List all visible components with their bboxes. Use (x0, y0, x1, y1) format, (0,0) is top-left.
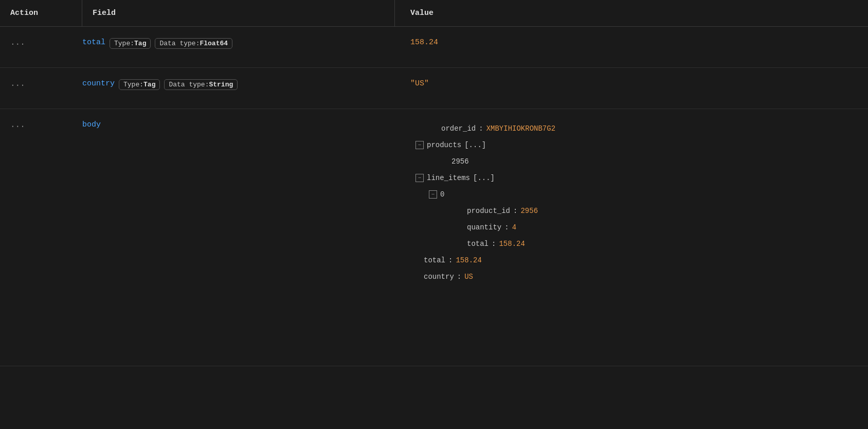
row-value-body: order_id : XMBYIHIOKRONB7G2 − products [… (395, 119, 858, 285)
tree-node-country: country : US (424, 269, 858, 285)
row-field-total: total Type: Tag Data type: Float64 (82, 37, 395, 49)
header-action: Action (10, 0, 82, 26)
main-table: Action Field Value ... total Type: Tag D… (0, 0, 868, 366)
product-id-value: 2956 (520, 204, 538, 218)
quantity-value: 4 (512, 220, 516, 235)
field-name-total: total (82, 38, 105, 47)
total-inner-value: 158.24 (499, 237, 525, 251)
row-field-country: country Type: Tag Data type: String (82, 78, 395, 90)
row-action-body: ... (10, 119, 82, 130)
collapse-products-icon[interactable]: − (415, 141, 424, 149)
action-header-label: Action (10, 9, 38, 17)
datatype-tag-country: Data type: String (164, 79, 238, 90)
order-id-value: XMBYIHIOKRONB7G2 (486, 121, 555, 136)
header-field: Field (82, 0, 395, 26)
datatype-tag-total: Data type: Float64 (155, 38, 232, 49)
type-tag-country: Type: Tag (119, 79, 160, 90)
tree-node-quantity: quantity : 4 (467, 219, 858, 236)
field-header-label: Field (93, 9, 116, 17)
row-value-country: "US" (395, 78, 858, 88)
value-total: 158.24 (410, 38, 438, 47)
row-value-total: 158.24 (395, 37, 858, 47)
value-country: "US" (410, 79, 429, 88)
total-outer-value: 158.24 (456, 253, 481, 267)
tree-node-index-0: − 0 (429, 186, 858, 203)
value-header-label: Value (410, 9, 433, 17)
row-action-country: ... (10, 78, 82, 88)
table-header: Action Field Value (0, 0, 868, 27)
row-field-body: body (82, 119, 395, 129)
table-row: ... country Type: Tag Data type: String … (0, 68, 868, 109)
tree-node-products: − products [...] (415, 137, 858, 153)
field-name-country: country (82, 79, 115, 88)
country-value: US (464, 270, 473, 284)
header-value: Value (395, 0, 858, 26)
tree-view: order_id : XMBYIHIOKRONB7G2 − products [… (410, 120, 858, 285)
type-tag-total: Type: Tag (110, 38, 151, 49)
tree-node-total-inner: total : 158.24 (467, 236, 858, 252)
tree-node-product-id: product_id : 2956 (467, 203, 858, 219)
tree-node-total-outer: total : 158.24 (424, 252, 858, 269)
collapse-index-0-icon[interactable]: − (429, 190, 437, 199)
collapse-line-items-icon[interactable]: − (415, 174, 424, 182)
tree-node-line-items: − line_items [...] (415, 170, 858, 186)
row-action-total: ... (10, 37, 82, 47)
tree-node-order-id: order_id : XMBYIHIOKRONB7G2 (441, 120, 858, 137)
table-row: ... total Type: Tag Data type: Float64 1… (0, 27, 868, 68)
tree-node-products-child: 2956 (451, 153, 858, 170)
field-name-body: body (82, 120, 101, 129)
table-row: ... body order_id : XMBYIHIOKRONB7G2 − p… (0, 109, 868, 366)
